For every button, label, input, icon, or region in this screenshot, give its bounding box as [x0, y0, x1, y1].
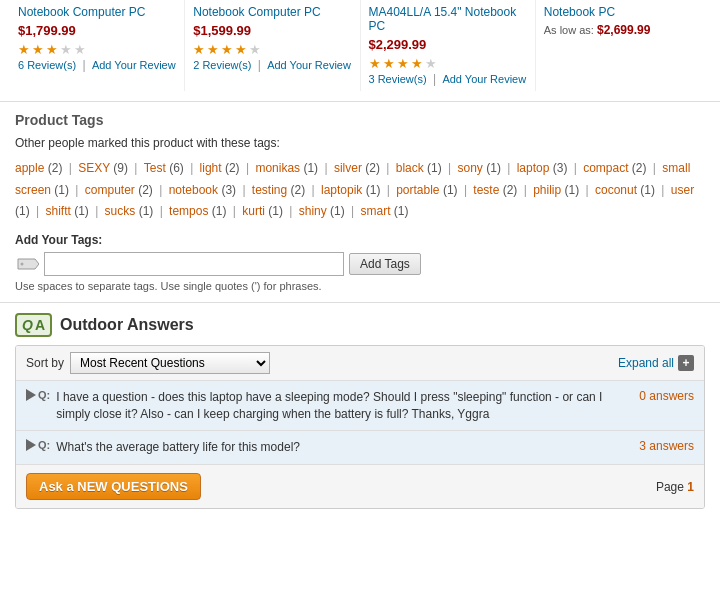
review-link-3[interactable]: 3 Review(s)	[369, 73, 427, 85]
stars-3: ★ ★ ★ ★ ★	[369, 56, 438, 69]
review-link-2[interactable]: 2 Review(s)	[193, 59, 251, 71]
sort-select[interactable]: Most Recent QuestionsMost Helpful Questi…	[70, 352, 270, 374]
tag-link[interactable]: silver	[334, 161, 362, 175]
add-tags-button[interactable]: Add Tags	[349, 253, 421, 275]
tag-link[interactable]: monikas	[255, 161, 300, 175]
ask-new-question-button[interactable]: Ask a NEW QUESTIONS	[26, 473, 201, 500]
questions-container: Q:I have a question - does this laptop h…	[16, 381, 704, 464]
star-1-2: ★	[32, 42, 45, 55]
tag-link[interactable]: smart	[361, 204, 391, 218]
answers-toolbar: Sort by Most Recent QuestionsMost Helpfu…	[16, 346, 704, 381]
add-tags-label: Add Your Tags:	[15, 233, 705, 247]
tag-count: (1)	[362, 183, 380, 197]
tag-link[interactable]: notebook	[169, 183, 218, 197]
expand-all-label: Expand all	[618, 356, 674, 370]
tag-link[interactable]: philip	[533, 183, 561, 197]
star-1-5: ★	[74, 42, 87, 55]
question-item: Q:I have a question - does this laptop h…	[16, 381, 704, 432]
product-title-2[interactable]: Notebook Computer PC	[193, 5, 351, 19]
tag-link[interactable]: testing	[252, 183, 287, 197]
tag-count: (1)	[391, 204, 409, 218]
question-marker: Q:	[26, 389, 50, 401]
add-review-link-2[interactable]: Add Your Review	[267, 59, 351, 71]
answer-count[interactable]: 3 answers	[639, 439, 694, 453]
star-1-1: ★	[18, 42, 31, 55]
tag-link[interactable]: black	[396, 161, 424, 175]
tag-link[interactable]: light	[200, 161, 222, 175]
outdoor-answers-section: QA Outdoor Answers Sort by Most Recent Q…	[0, 303, 720, 519]
product-tags-section: Product Tags Other people marked this pr…	[0, 102, 720, 303]
tag-count: (9)	[110, 161, 128, 175]
tag-link[interactable]: sony	[458, 161, 483, 175]
tag-link[interactable]: shiftt	[45, 204, 70, 218]
answer-count[interactable]: 0 answers	[639, 389, 694, 403]
q-label: Q:	[38, 389, 50, 401]
svg-point-3	[21, 262, 24, 265]
answers-bottom: Ask a NEW QUESTIONS Page 1	[16, 464, 704, 508]
question-marker: Q:	[26, 439, 50, 451]
product-cell-2: Notebook Computer PC $1,599.99 ★ ★ ★ ★ ★…	[185, 0, 360, 91]
tags-list: apple (2) | SEXY (9) | Test (6) | light …	[15, 158, 705, 223]
answers-box: Sort by Most Recent QuestionsMost Helpfu…	[15, 345, 705, 509]
product-title-1[interactable]: Notebook Computer PC	[18, 5, 176, 19]
tag-count: (2)	[629, 161, 647, 175]
tag-link[interactable]: computer	[85, 183, 135, 197]
star-1-4: ★	[60, 42, 73, 55]
q-label: Q:	[38, 439, 50, 451]
outdoor-answers-header: QA Outdoor Answers	[15, 313, 705, 337]
star-3-5: ★	[425, 56, 438, 69]
product-row: Notebook Computer PC $1,799.99 ★ ★ ★ ★ ★…	[0, 0, 720, 102]
product-cell-4: Notebook PC As low as: $2,699.99	[536, 0, 710, 91]
tag-input[interactable]	[44, 252, 344, 276]
tag-link[interactable]: tempos	[169, 204, 208, 218]
tag-link[interactable]: SEXY	[78, 161, 110, 175]
tag-link[interactable]: Test	[144, 161, 166, 175]
star-3-3: ★	[397, 56, 410, 69]
tag-link[interactable]: laptopik	[321, 183, 362, 197]
expand-icon	[678, 355, 694, 371]
outdoor-answers-title: Outdoor Answers	[60, 316, 194, 334]
tag-link[interactable]: user	[671, 183, 694, 197]
question-item: Q:What's the average battery life for th…	[16, 431, 704, 464]
tag-link[interactable]: sucks	[105, 204, 136, 218]
tag-count: (2)	[499, 183, 517, 197]
tag-link[interactable]: portable	[396, 183, 439, 197]
product-title-3[interactable]: MA404LL/A 15.4" Notebook PC	[369, 5, 527, 33]
tag-link[interactable]: compact	[583, 161, 628, 175]
tag-count: (3)	[549, 161, 567, 175]
question-text[interactable]: What's the average battery life for this…	[56, 439, 629, 456]
tag-count: (1)	[300, 161, 318, 175]
tag-count: (1)	[71, 204, 89, 218]
tag-link[interactable]: shiny	[299, 204, 327, 218]
star-1-3: ★	[46, 42, 59, 55]
tag-link[interactable]: teste	[473, 183, 499, 197]
tag-count: (2)	[362, 161, 380, 175]
tag-link[interactable]: laptop	[517, 161, 550, 175]
tag-count: (1)	[208, 204, 226, 218]
review-row-2: 2 Review(s) | Add Your Review	[193, 58, 351, 72]
tag-count: (1)	[51, 183, 69, 197]
tag-count: (1)	[327, 204, 345, 218]
question-text[interactable]: I have a question - does this laptop hav…	[56, 389, 629, 423]
star-2-4: ★	[235, 42, 248, 55]
qa-logo-icon: QA	[15, 313, 52, 337]
tag-count: (2)	[135, 183, 153, 197]
tag-count: (3)	[218, 183, 236, 197]
product-title-4[interactable]: Notebook PC	[544, 5, 702, 19]
add-review-link-3[interactable]: Add Your Review	[442, 73, 526, 85]
product-cell-1: Notebook Computer PC $1,799.99 ★ ★ ★ ★ ★…	[10, 0, 185, 91]
main-container: Notebook Computer PC $1,799.99 ★ ★ ★ ★ ★…	[0, 0, 720, 593]
tag-link[interactable]: apple	[15, 161, 44, 175]
tag-link[interactable]: kurti	[242, 204, 265, 218]
add-tags-row: Add Tags	[15, 252, 705, 276]
review-link-1[interactable]: 6 Review(s)	[18, 59, 76, 71]
tag-icon	[15, 254, 39, 274]
expand-all-button[interactable]: Expand all	[618, 355, 694, 371]
tag-count: (1)	[265, 204, 283, 218]
add-review-link-1[interactable]: Add Your Review	[92, 59, 176, 71]
tags-description: Other people marked this product with th…	[15, 136, 705, 150]
tag-link[interactable]: coconut	[595, 183, 637, 197]
tag-count: (1)	[637, 183, 655, 197]
star-2-1: ★	[193, 42, 206, 55]
product-price-4: $2,699.99	[597, 23, 650, 37]
